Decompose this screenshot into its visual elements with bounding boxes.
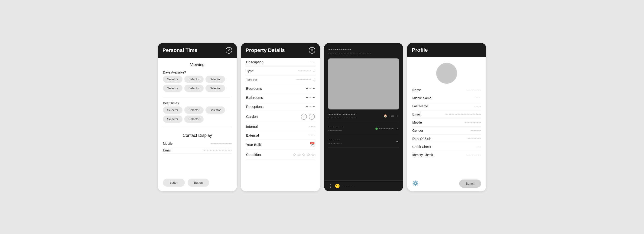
chat-msg-1-text: ~ ~~~~~~~ ~ ~~~~ ~~~~ xyxy=(328,116,356,119)
time-selector-4[interactable]: Selector xyxy=(163,115,182,123)
credit-check-label: Credit Check xyxy=(412,145,436,149)
time-selector-1[interactable]: Selector xyxy=(163,106,182,114)
email-label: Email xyxy=(163,148,171,152)
bedrooms-minus-button[interactable]: − xyxy=(313,86,315,91)
profile-fields: Name ~~~~~~~~~~ Middle Name ~~~~~ Last N… xyxy=(407,86,486,176)
star-3[interactable]: ☆ xyxy=(302,152,306,157)
mobile-value[interactable]: ~~~~~~~~~~~ xyxy=(464,121,481,124)
external-row: External ~~~~ xyxy=(246,131,315,140)
middle-name-value[interactable]: ~~~~~ xyxy=(474,97,481,99)
best-time-label: Best Time? xyxy=(163,101,232,105)
settings-icon[interactable]: ⚙️ xyxy=(412,180,418,187)
day-selector-6[interactable]: Selector xyxy=(206,85,225,92)
receptions-minus-button[interactable]: − xyxy=(313,105,315,109)
chat-msg-3-text: ~ ~~~~~~ ~ xyxy=(328,142,342,145)
identity-check-value[interactable]: ~~~~~~~~~~ xyxy=(466,154,481,156)
property-details-close-button[interactable]: ✕ xyxy=(309,47,315,54)
description-row: Description ... ↓ xyxy=(246,58,315,67)
mobile-row: Mobile ~~~~~~~~~~~~~~ xyxy=(163,140,232,147)
property-details-header: Property Details ✕ xyxy=(241,43,320,58)
garden-check-button[interactable]: ✓ xyxy=(309,114,315,120)
chat-input-value[interactable]: ~~~~~~~~ xyxy=(342,185,399,187)
name-value[interactable]: ~~~~~~~~~~ xyxy=(466,89,481,91)
gender-value[interactable]: ~~~~~~~ xyxy=(470,129,481,132)
time-selector-3[interactable]: Selector xyxy=(206,106,225,114)
tenure-row: Tenure ~~~~~~~~~~ ↓ xyxy=(246,75,315,84)
gender-row: Gender ~~~~~~~ xyxy=(412,127,481,135)
calendar-icon[interactable]: 📅 xyxy=(310,142,315,147)
chat-msg-2-right: ~~~~~~~~~ → xyxy=(376,127,399,131)
year-built-row: Year Built 📅 xyxy=(246,140,315,150)
day-selector-5[interactable]: Selector xyxy=(184,85,204,92)
bathrooms-value: ~ xyxy=(310,96,311,99)
personal-time-close-button[interactable]: ✕ xyxy=(226,47,232,54)
property-details-title: Property Details xyxy=(246,47,285,53)
name-row: Name ~~~~~~~~~~ xyxy=(412,86,481,94)
description-chevron-icon[interactable]: ↓ xyxy=(313,60,315,64)
days-label: Days Available? xyxy=(163,70,232,74)
time-selector-5[interactable]: Selector xyxy=(184,115,204,123)
middle-name-label: Middle Name xyxy=(412,96,436,100)
chat-msg-1-icons: 🏠 ~ 🛏 xyxy=(384,114,394,118)
internal-label: Internal xyxy=(246,125,258,128)
day-selector-1[interactable]: Selector xyxy=(163,76,182,83)
personal-time-card: Personal Time ✕ Viewing Days Available? … xyxy=(158,43,237,191)
online-status-dot xyxy=(376,128,378,130)
garden-row: Garden ✕ ✓ xyxy=(246,111,315,122)
chat-listing-card: ~~ ~~~~ ~~~~~~ ~~~~ ~~ ~ ~~~~~~~~~~ ~ ~~… xyxy=(324,43,403,191)
chat-message-1[interactable]: ~~~~~~~~ ~~~~~~~~ ~ ~~~~~~~ ~ ~~~~ ~~~~ … xyxy=(328,113,399,122)
last-name-label: Last Name xyxy=(412,104,436,108)
chat-messages-list: ~~~~~~~~ ~~~~~~~~ ~ ~~~~~~~ ~ ~~~~ ~~~~ … xyxy=(324,109,403,180)
receptions-plus-button[interactable]: + xyxy=(306,105,308,109)
mobile-label: Mobile xyxy=(163,142,172,145)
bedrooms-plus-button[interactable]: + xyxy=(306,86,308,91)
chat-message-3[interactable]: ~~~~~~~ ~ ~~~~~~ ~ → xyxy=(328,138,399,148)
bathrooms-plus-button[interactable]: + xyxy=(306,96,308,100)
day-selector-2[interactable]: Selector xyxy=(184,76,204,83)
chat-msg-3-name: ~~~~~~~ xyxy=(328,138,342,141)
day-selector-4[interactable]: Selector xyxy=(163,85,182,92)
chat-message-2[interactable]: ~~~~~~~~~ ~~~~~~~~~ ~~~~~~~~~ → xyxy=(328,125,399,135)
name-label: Name xyxy=(412,88,436,92)
star-4[interactable]: ☆ xyxy=(306,152,310,157)
pt-button-2[interactable]: Button xyxy=(188,179,210,187)
mobile-row: Mobile ~~~~~~~~~~~ xyxy=(412,119,481,127)
pt-button-1[interactable]: Button xyxy=(163,179,185,187)
email-value[interactable]: ~~~~~~~~~~~~~~~~~~~~~~~~ xyxy=(445,113,481,116)
profile-save-button[interactable]: Button xyxy=(459,180,481,188)
type-chevron-icon[interactable]: ↓ xyxy=(313,69,315,73)
star-2[interactable]: ☆ xyxy=(297,152,301,157)
profile-card: Profile Name ~~~~~~~~~~ Middle Name ~~~~… xyxy=(407,43,486,191)
more-options-icon[interactable]: ⋮ xyxy=(328,184,332,189)
bedrooms-row: Bedrooms + ~ − xyxy=(246,84,315,93)
contact-section: Contact Display Mobile ~~~~~~~~~~~~~~ Em… xyxy=(163,133,232,154)
star-5[interactable]: ☆ xyxy=(311,152,315,157)
middle-name-row: Middle Name ~~~~~ xyxy=(412,94,481,102)
identity-check-row: Identity Check ~~~~~~~~~~ xyxy=(412,151,481,159)
credit-check-value[interactable]: ~~~ xyxy=(476,145,481,148)
bathrooms-minus-button[interactable]: − xyxy=(313,96,315,100)
tenure-chevron-icon[interactable]: ↓ xyxy=(313,78,315,81)
dob-value[interactable]: ~~~~~~~~~ xyxy=(468,137,481,140)
pt-button-row: Button Button xyxy=(163,175,232,187)
description-label: Description xyxy=(246,60,264,64)
chat-msg-2-extra: ~~~~~~~~~ xyxy=(379,127,394,130)
description-ellipsis: ... xyxy=(308,60,311,64)
last-name-value[interactable]: ~~~~~ xyxy=(474,105,481,108)
bathrooms-stepper: + ~ − xyxy=(306,96,315,100)
time-selector-2[interactable]: Selector xyxy=(184,106,204,114)
tenure-controls: ~~~~~~~~~~ ↓ xyxy=(296,78,315,81)
email-label: Email xyxy=(412,112,436,116)
avatar[interactable] xyxy=(436,63,457,84)
condition-row: Condition ☆ ☆ ☆ ☆ ☆ xyxy=(246,150,315,160)
avatar-section xyxy=(407,57,486,86)
viewing-title: Viewing xyxy=(163,62,232,67)
emoji-icon[interactable]: 😶 xyxy=(335,184,340,189)
personal-time-body: Viewing Days Available? Selector Selecto… xyxy=(158,58,237,191)
garden-x-button[interactable]: ✕ xyxy=(301,114,307,120)
chat-title-line2: ~~~~ ~~ ~ ~~~~~~~~~~ ~ ~~~~ ~~~~ xyxy=(328,52,399,55)
type-row: Type ~~~~~~~~~ ↓ xyxy=(246,67,315,75)
chat-msg-3-right: → xyxy=(395,139,399,144)
star-1[interactable]: ☆ xyxy=(292,152,296,157)
day-selector-3[interactable]: Selector xyxy=(206,76,225,83)
